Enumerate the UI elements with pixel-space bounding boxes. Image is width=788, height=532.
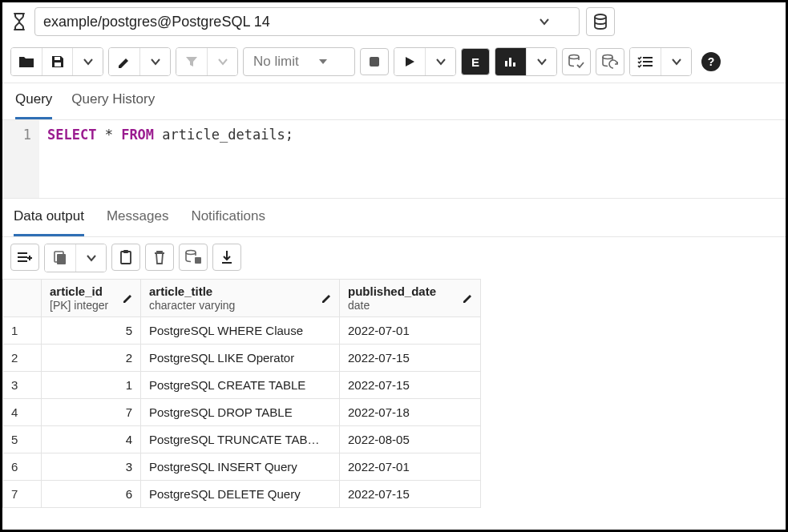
pencil-icon[interactable] xyxy=(123,292,134,304)
main-toolbar: No limit E ? xyxy=(2,41,786,83)
cell-article-id[interactable]: 5 xyxy=(42,317,141,345)
svg-point-7 xyxy=(569,55,579,59)
commit-button[interactable] xyxy=(562,48,591,75)
download-button[interactable] xyxy=(212,244,241,271)
row-number: 1 xyxy=(3,317,42,345)
analyze-button[interactable] xyxy=(495,48,526,75)
cell-article-title[interactable]: PostgreSQL TRUNCATE TAB… xyxy=(141,426,340,453)
svg-rect-14 xyxy=(195,257,201,264)
connection-select[interactable]: example/postgres@PostgreSQL 14 xyxy=(34,7,580,36)
chevron-down-icon xyxy=(672,57,681,66)
svg-point-0 xyxy=(595,14,606,19)
bar-chart-icon xyxy=(503,56,518,67)
copy-dropdown[interactable] xyxy=(75,244,106,272)
save-icon xyxy=(51,54,65,69)
table-row[interactable]: 54PostgreSQL TRUNCATE TAB…2022-08-05 xyxy=(3,426,481,453)
column-header-article-id[interactable]: article_id [PK] integer xyxy=(42,280,141,317)
cell-article-id[interactable]: 7 xyxy=(42,399,141,426)
connection-text: example/postgres@PostgreSQL 14 xyxy=(43,14,270,30)
caret-down-icon xyxy=(318,57,328,66)
pencil-icon[interactable] xyxy=(463,292,474,304)
table-row[interactable]: 76PostgreSQL DELETE Query2022-07-15 xyxy=(3,481,481,508)
row-limit-select[interactable]: No limit xyxy=(243,47,355,76)
cell-article-id[interactable]: 6 xyxy=(42,481,141,508)
column-header-published-date[interactable]: published_date date xyxy=(340,280,481,317)
run-button[interactable] xyxy=(394,48,425,75)
row-limit-label: No limit xyxy=(253,54,299,70)
table-row[interactable]: 15PostgreSQL WHERE Clause2022-07-01 xyxy=(3,317,481,345)
col-type: [PK] integer xyxy=(50,299,108,312)
cell-article-id[interactable]: 4 xyxy=(42,426,141,453)
svg-rect-1 xyxy=(55,62,61,66)
explain-button[interactable]: E xyxy=(461,48,490,75)
table-row[interactable]: 63PostgreSQL INSERT Query2022-07-01 xyxy=(3,453,481,481)
help-button[interactable]: ? xyxy=(697,48,725,75)
cell-article-title[interactable]: PostgreSQL LIKE Operator xyxy=(141,345,340,372)
cell-article-title[interactable]: PostgreSQL WHERE Clause xyxy=(141,317,340,345)
filter-dropdown[interactable] xyxy=(207,48,237,75)
rollback-button[interactable] xyxy=(596,48,624,75)
delete-row-button[interactable] xyxy=(145,244,174,271)
cell-published-date[interactable]: 2022-07-15 xyxy=(340,481,481,508)
table-row[interactable]: 47PostgreSQL DROP TABLE2022-07-18 xyxy=(3,399,481,426)
cell-published-date[interactable]: 2022-07-15 xyxy=(340,345,481,372)
chevron-down-icon xyxy=(151,57,160,66)
hourglass-icon xyxy=(10,13,28,30)
macros-button[interactable] xyxy=(630,48,661,75)
edit-button[interactable] xyxy=(109,48,139,75)
cell-article-id[interactable]: 3 xyxy=(42,453,141,481)
pencil-icon[interactable] xyxy=(321,292,333,304)
pencil-icon xyxy=(117,54,131,69)
tab-data-output[interactable]: Data output xyxy=(14,199,84,236)
cell-article-title[interactable]: PostgreSQL DELETE Query xyxy=(141,481,340,508)
cell-article-title[interactable]: PostgreSQL DROP TABLE xyxy=(141,399,340,426)
tab-query[interactable]: Query xyxy=(15,83,52,119)
stop-icon xyxy=(369,56,380,67)
cell-article-title[interactable]: PostgreSQL CREATE TABLE xyxy=(141,372,340,399)
filter-icon xyxy=(184,54,199,69)
col-name: article_id xyxy=(50,284,132,298)
cell-published-date[interactable]: 2022-08-05 xyxy=(340,426,481,453)
cell-article-id[interactable]: 1 xyxy=(42,372,141,399)
sql-keyword: SELECT xyxy=(47,127,96,143)
cell-published-date[interactable]: 2022-07-01 xyxy=(340,317,481,345)
svg-rect-2 xyxy=(55,57,60,60)
chevron-down-icon xyxy=(436,57,446,66)
tab-messages[interactable]: Messages xyxy=(107,199,168,236)
save-data-button[interactable] xyxy=(179,244,208,271)
stop-button[interactable] xyxy=(360,48,389,75)
macros-dropdown[interactable] xyxy=(661,48,691,75)
save-dropdown[interactable] xyxy=(72,48,103,75)
svg-rect-3 xyxy=(370,57,379,66)
chevron-down-icon xyxy=(83,57,93,66)
cell-article-title[interactable]: PostgreSQL INSERT Query xyxy=(141,453,340,481)
tab-query-history[interactable]: Query History xyxy=(71,83,155,119)
explain-label: E xyxy=(471,55,479,69)
open-button[interactable] xyxy=(11,48,42,75)
chevron-down-icon xyxy=(87,253,96,263)
filter-button[interactable] xyxy=(176,48,207,75)
connection-bar: example/postgres@PostgreSQL 14 xyxy=(2,2,786,41)
clipboard-icon xyxy=(119,249,132,265)
add-row-button[interactable] xyxy=(10,244,39,271)
cell-article-id[interactable]: 2 xyxy=(42,345,141,372)
table-row[interactable]: 31PostgreSQL CREATE TABLE2022-07-15 xyxy=(3,372,481,399)
sql-text: * xyxy=(96,127,121,143)
column-header-article-title[interactable]: article_title character varying xyxy=(141,280,340,317)
table-row[interactable]: 22PostgreSQL LIKE Operator2022-07-15 xyxy=(3,345,481,372)
copy-button[interactable] xyxy=(45,244,75,272)
tab-notifications[interactable]: Notifications xyxy=(191,199,265,236)
cell-published-date[interactable]: 2022-07-18 xyxy=(340,399,481,426)
col-type: date xyxy=(348,299,370,312)
save-button[interactable] xyxy=(42,48,72,75)
analyze-dropdown[interactable] xyxy=(526,48,556,75)
run-dropdown[interactable] xyxy=(425,48,455,75)
sql-editor[interactable]: 1 SELECT * FROM article_details; xyxy=(2,120,786,199)
edit-dropdown[interactable] xyxy=(139,48,170,75)
folder-icon xyxy=(18,54,34,69)
paste-button[interactable] xyxy=(111,244,140,271)
editor-content[interactable]: SELECT * FROM article_details; xyxy=(39,120,301,198)
database-button[interactable] xyxy=(586,7,615,36)
cell-published-date[interactable]: 2022-07-01 xyxy=(340,453,481,481)
cell-published-date[interactable]: 2022-07-15 xyxy=(340,372,481,399)
